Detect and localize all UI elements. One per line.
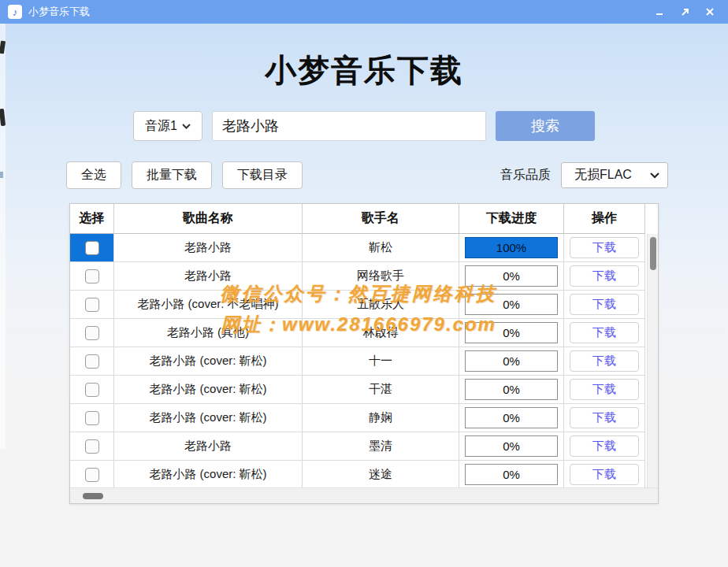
download-button[interactable]: 下载 (570, 464, 639, 485)
close-icon[interactable] (700, 2, 720, 21)
download-button[interactable]: 下载 (570, 237, 639, 258)
download-button[interactable]: 下载 (570, 435, 639, 457)
action-cell: 下载 (564, 376, 645, 404)
window-controls (649, 2, 720, 21)
select-cell (70, 432, 114, 461)
progress-value: 0% (503, 411, 520, 424)
row-checkbox[interactable] (85, 468, 99, 482)
progress-box: 0% (465, 464, 558, 485)
download-button[interactable]: 下载 (570, 350, 639, 372)
table-row: 老路小路 (cover: 靳松) 迷途 0% 下载 (70, 461, 647, 489)
quality-label: 音乐品质 (500, 167, 551, 183)
horizontal-scrollbar-thumb[interactable] (83, 493, 103, 499)
col-header-action: 操作 (564, 204, 645, 234)
artist-name: 靳松 (303, 234, 459, 262)
select-all-button[interactable]: 全选 (66, 161, 121, 189)
table-rows: 老路小路 靳松 100% 下载 老路小路 网络歌手 0% 下载 老路小路 (co (70, 234, 658, 489)
row-checkbox[interactable] (85, 354, 99, 369)
progress-box: 0% (465, 265, 558, 287)
col-header-progress: 下载进度 (459, 204, 564, 234)
action-cell: 下载 (564, 262, 645, 291)
download-button[interactable]: 下载 (570, 407, 639, 428)
progress-value: 0% (503, 439, 520, 453)
progress-cell: 0% (459, 432, 564, 461)
progress-cell: 0% (459, 376, 564, 404)
table-row: 老路小路 (其他) 林啟得 0% 下载 (70, 319, 647, 347)
select-cell (70, 319, 114, 347)
progress-value: 0% (503, 326, 520, 339)
progress-cell: 0% (459, 262, 564, 291)
table-row: 老路小路 靳松 100% 下载 (70, 234, 647, 262)
song-title: 老路小路 (cover: 靳松) (114, 376, 303, 404)
artist-name: 林啟得 (303, 319, 459, 347)
quality-select-value: 无损FLAC (574, 167, 632, 183)
quality-select[interactable]: 无损FLAC (561, 162, 668, 188)
song-title: 老路小路 (cover: 靳松) (114, 347, 303, 376)
progress-value: 100% (496, 241, 526, 254)
table-row: 老路小路 (cover: 靳松) 十一 0% 下载 (70, 347, 647, 376)
artist-name: 十一 (303, 347, 459, 376)
artist-name: 迷途 (303, 461, 459, 489)
song-title: 老路小路 (114, 262, 303, 291)
progress-box: 0% (465, 350, 558, 372)
action-cell: 下载 (564, 404, 645, 432)
artist-name: 网络歌手 (303, 262, 459, 291)
toolbar: 全选 批量下载 下载目录 音乐品质 无损FLAC (66, 161, 668, 189)
artist-name: 墨清 (303, 432, 459, 461)
action-cell: 下载 (564, 291, 645, 319)
table-row: 老路小路 墨清 0% 下载 (70, 432, 647, 461)
row-checkbox[interactable] (85, 326, 99, 340)
chevron-down-icon (650, 172, 659, 179)
vertical-scrollbar-thumb[interactable] (650, 237, 656, 270)
select-cell (70, 234, 114, 262)
artist-name: 五散乐人 (303, 291, 459, 319)
download-button[interactable]: 下载 (570, 322, 639, 343)
row-checkbox[interactable] (85, 269, 99, 284)
row-checkbox[interactable] (85, 411, 99, 425)
download-button[interactable]: 下载 (570, 379, 639, 400)
song-title: 老路小路 (其他) (114, 319, 303, 347)
window-left-frame (0, 24, 6, 449)
search-button[interactable]: 搜索 (496, 111, 595, 141)
vertical-scrollbar[interactable] (647, 234, 658, 489)
col-header-song: 歌曲名称 (114, 204, 303, 234)
minimize-icon[interactable] (649, 2, 670, 21)
source-select-value: 音源1 (145, 118, 177, 135)
table-row: 老路小路 (cover: 不老唱神) 五散乐人 0% 下载 (70, 291, 647, 319)
results-table: 选择 歌曲名称 歌手名 下载进度 操作 老路小路 靳松 100% 下载 老路小路… (69, 203, 659, 504)
song-title: 老路小路 (cover: 靳松) (114, 404, 303, 432)
screen-artifact (0, 172, 3, 178)
row-checkbox[interactable] (85, 241, 99, 255)
horizontal-scrollbar[interactable] (70, 487, 658, 503)
download-button[interactable]: 下载 (570, 265, 639, 287)
progress-value: 0% (503, 354, 520, 368)
progress-cell: 0% (459, 404, 564, 432)
search-input[interactable] (212, 111, 486, 141)
progress-cell: 0% (459, 461, 564, 489)
row-checkbox[interactable] (85, 439, 99, 454)
progress-value: 0% (503, 468, 520, 481)
download-button[interactable]: 下载 (570, 294, 639, 315)
maximize-icon[interactable] (674, 2, 695, 21)
action-cell: 下载 (564, 461, 645, 489)
row-checkbox[interactable] (85, 298, 99, 312)
progress-value: 0% (503, 298, 520, 311)
select-cell (70, 376, 114, 404)
batch-download-button[interactable]: 批量下载 (132, 161, 212, 189)
chevron-down-icon (182, 124, 191, 129)
quality-group: 音乐品质 无损FLAC (500, 162, 668, 188)
progress-cell: 100% (459, 234, 564, 262)
progress-value: 0% (503, 383, 520, 396)
artist-name: 干湛 (303, 376, 459, 404)
progress-box: 0% (465, 435, 558, 457)
source-select[interactable]: 音源1 (133, 111, 202, 141)
row-checkbox[interactable] (85, 383, 99, 397)
window-title: 小梦音乐下载 (28, 5, 90, 19)
progress-box: 100% (465, 237, 558, 258)
action-cell: 下载 (564, 347, 645, 376)
download-dir-button[interactable]: 下载目录 (222, 161, 303, 189)
select-cell (70, 404, 114, 432)
search-row: 音源1 搜索 (0, 111, 728, 141)
titlebar: ♪ 小梦音乐下载 (0, 0, 728, 24)
progress-cell: 0% (459, 347, 564, 376)
